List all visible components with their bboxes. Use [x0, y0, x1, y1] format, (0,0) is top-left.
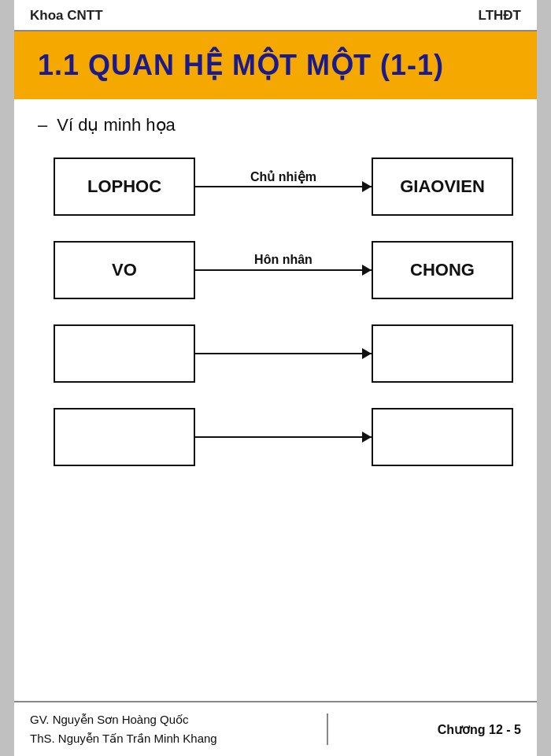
connector-line-4: [195, 436, 372, 438]
footer: GV. Nguyễn Sơn Hoàng Quốc ThS. Nguyễn Tấ…: [14, 701, 537, 756]
arrow-head-3: [362, 348, 372, 359]
diagram-row-4: [54, 408, 513, 466]
diagram-row-2: VO Hôn nhân CHONG: [54, 241, 513, 299]
header-left: Khoa CNTT: [30, 8, 103, 24]
bullet-dash: –: [38, 115, 47, 135]
entity-empty-4b: [372, 408, 513, 466]
diagram-row-3: [54, 324, 513, 383]
connector-4: [195, 408, 372, 466]
connector-label-1: Chủ nhiệm: [247, 169, 320, 184]
entity-chong: CHONG: [372, 241, 513, 299]
right-border: [537, 0, 551, 756]
page-title: 1.1 QUAN HỆ MỘT MỘT (1-1): [38, 49, 513, 82]
arrow-head-2: [362, 265, 372, 276]
connector-2: Hôn nhân: [195, 241, 372, 299]
content: – Ví dụ minh họa LOPHOC Chủ nhiệm: [14, 99, 537, 701]
header: Khoa CNTT LTHĐT: [14, 0, 537, 32]
entity-vo: VO: [54, 241, 195, 299]
bullet-text: Ví dụ minh họa: [57, 115, 176, 135]
arrow-head-1: [362, 181, 372, 192]
header-right: LTHĐT: [479, 8, 521, 24]
connector-label-2: Hôn nhân: [251, 253, 316, 267]
footer-author-line1: GV. Nguyễn Sơn Hoàng Quốc: [30, 710, 217, 729]
title-bar: 1.1 QUAN HỆ MỘT MỘT (1-1): [14, 32, 537, 99]
entity-empty-3a: [54, 324, 195, 383]
entity-giaovien: GIAOVIEN: [372, 158, 513, 216]
diagram-row-1: LOPHOC Chủ nhiệm GIAOVIEN: [54, 158, 513, 216]
left-border: [0, 0, 14, 756]
connector-line-2: [195, 269, 372, 271]
diagram-area: LOPHOC Chủ nhiệm GIAOVIEN VO: [38, 158, 513, 466]
footer-chapter: Chương 12 - 5: [438, 722, 521, 737]
footer-authors: GV. Nguyễn Sơn Hoàng Quốc ThS. Nguyễn Tấ…: [30, 710, 217, 748]
entity-empty-3b: [372, 324, 513, 383]
bullet-line: – Ví dụ minh họa: [38, 115, 513, 135]
connector-line-1: [195, 186, 372, 187]
footer-divider: [327, 713, 328, 745]
connector-3: [195, 324, 372, 383]
page: Khoa CNTT LTHĐT 1.1 QUAN HỆ MỘT MỘT (1-1…: [0, 0, 551, 756]
entity-lophoc: LOPHOC: [54, 158, 195, 216]
footer-author-line2: ThS. Nguyễn Tấn Trần Minh Khang: [30, 729, 217, 748]
arrow-head-4: [362, 432, 372, 443]
connector-1: Chủ nhiệm: [195, 158, 372, 216]
entity-empty-4a: [54, 408, 195, 466]
connector-line-3: [195, 353, 372, 354]
